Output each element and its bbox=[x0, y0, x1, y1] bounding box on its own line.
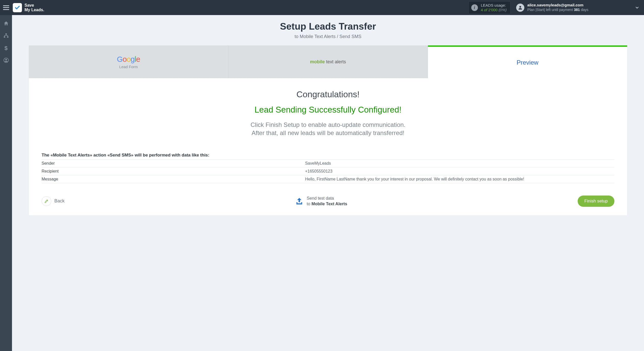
table-row: Message Hello, FirstName LastName thank … bbox=[42, 175, 614, 183]
success-heading: Lead Sending Successfully Configured! bbox=[42, 105, 614, 115]
svg-rect-2 bbox=[4, 37, 5, 38]
pencil-icon bbox=[42, 196, 51, 206]
card-body: Congratulations! Lead Sending Successful… bbox=[29, 78, 627, 215]
google-logo-icon: Google bbox=[117, 55, 140, 64]
usage-value: 4 of 2'000 (0%) bbox=[481, 8, 507, 12]
preview-data-table: Sender SaveMyLeads Recipient +1650555012… bbox=[42, 159, 614, 183]
app-name-line2: My Leads. bbox=[24, 8, 44, 12]
profile-icon[interactable] bbox=[3, 57, 9, 63]
svg-rect-9 bbox=[301, 202, 302, 203]
send-test-button[interactable]: Send test data to Mobile Text Alerts bbox=[295, 196, 347, 207]
row-key: Message bbox=[42, 175, 305, 183]
tab-source-sub: Lead Form bbox=[119, 65, 138, 69]
send-test-text: Send test data to Mobile Text Alerts bbox=[307, 196, 347, 207]
svg-rect-8 bbox=[296, 202, 298, 203]
left-sidebar: $ bbox=[0, 15, 12, 351]
setup-card: Google Lead Form mobile text alerts Prev… bbox=[29, 45, 627, 215]
row-value: SaveMyLeads bbox=[305, 159, 614, 167]
billing-icon[interactable]: $ bbox=[3, 45, 9, 51]
avatar-icon bbox=[516, 4, 524, 12]
account-plan: Plan |Start| left until payment 381 days bbox=[527, 8, 588, 12]
mta-logo: mobile text alerts bbox=[310, 59, 346, 65]
connections-icon[interactable] bbox=[3, 33, 9, 39]
tab-destination[interactable]: mobile text alerts bbox=[228, 45, 428, 78]
app-name: Save My Leads. bbox=[24, 3, 44, 12]
svg-rect-7 bbox=[296, 203, 302, 204]
main-content: Setup Leads Transfer to Mobile Text Aler… bbox=[12, 15, 644, 351]
row-key: Recipient bbox=[42, 167, 305, 175]
svg-rect-3 bbox=[7, 37, 8, 38]
info-icon: i bbox=[471, 4, 478, 11]
tab-source[interactable]: Google Lead Form bbox=[29, 45, 228, 78]
page-subtitle: to Mobile Text Alerts / Send SMS bbox=[29, 34, 627, 39]
row-value: +16505550123 bbox=[305, 167, 614, 175]
row-key: Sender bbox=[42, 159, 305, 167]
svg-point-6 bbox=[5, 59, 7, 60]
back-label: Back bbox=[54, 198, 65, 204]
tab-preview-label: Preview bbox=[517, 59, 538, 66]
back-button[interactable]: Back bbox=[42, 196, 65, 206]
tab-preview[interactable]: Preview bbox=[428, 45, 627, 78]
finish-setup-button[interactable]: Finish setup bbox=[578, 196, 614, 207]
app-logo-icon[interactable] bbox=[13, 3, 22, 12]
row-value: Hello, FirstName LastName thank you for … bbox=[305, 175, 614, 183]
table-row: Sender SaveMyLeads bbox=[42, 159, 614, 167]
description-text: Click Finish Setup to enable auto-update… bbox=[42, 121, 614, 137]
account-email: alice.savemyleads@gmail.com bbox=[527, 3, 588, 8]
step-tabs: Google Lead Form mobile text alerts Prev… bbox=[29, 45, 627, 78]
app-name-line1: Save bbox=[24, 3, 44, 8]
footer-actions: Back Send test data to Mobile Text Alert… bbox=[42, 196, 614, 207]
account-menu[interactable]: alice.savemyleads@gmail.com Plan |Start|… bbox=[516, 3, 639, 12]
usage-text: LEADS usage: 4 of 2'000 (0%) bbox=[481, 3, 507, 12]
congrats-heading: Congratulations! bbox=[42, 89, 614, 99]
top-bar: Save My Leads. i LEADS usage: 4 of 2'000… bbox=[0, 0, 644, 15]
leads-usage-box[interactable]: i LEADS usage: 4 of 2'000 (0%) bbox=[468, 1, 511, 14]
svg-point-0 bbox=[519, 6, 521, 8]
chevron-down-icon[interactable] bbox=[635, 5, 639, 10]
usage-label: LEADS usage: bbox=[481, 3, 507, 8]
page-title: Setup Leads Transfer bbox=[29, 21, 627, 32]
svg-rect-1 bbox=[5, 33, 7, 35]
home-icon[interactable] bbox=[3, 21, 9, 26]
table-intro: The «Mobile Text Alerts» action «Send SM… bbox=[42, 153, 614, 158]
svg-text:$: $ bbox=[4, 45, 7, 51]
table-row: Recipient +16505550123 bbox=[42, 167, 614, 175]
menu-toggle-icon[interactable] bbox=[3, 5, 9, 10]
upload-icon bbox=[295, 197, 304, 205]
